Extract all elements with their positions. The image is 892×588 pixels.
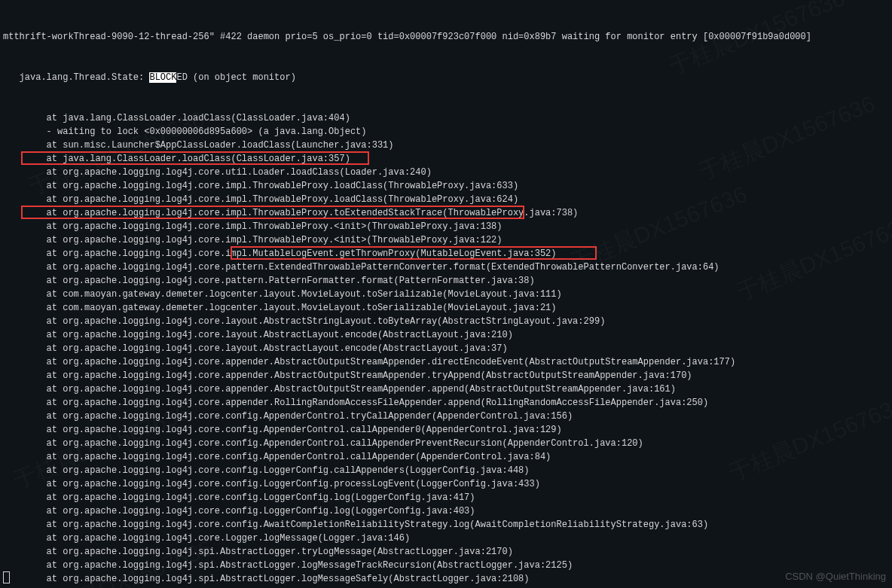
stack-line: at org.apache.logging.log4j.core.impl.Th… [3,206,889,220]
thread-dump-terminal[interactable]: mtthrift-workThread-9090-12-thread-256" … [3,3,889,588]
stack-line: at org.apache.logging.log4j.core.impl.Th… [3,220,889,233]
stack-line: at org.apache.logging.log4j.spi.Abstract… [3,572,889,586]
stack-line: at org.apache.logging.log4j.core.config.… [3,437,889,450]
stack-line: at org.apache.logging.log4j.core.appende… [3,355,889,369]
state-prefix: java.lang.Thread.State: [3,72,149,83]
stack-line: at org.apache.logging.log4j.core.layout.… [3,315,889,328]
stack-line: at org.apache.logging.log4j.core.config.… [3,423,889,437]
stack-line: at org.apache.logging.log4j.core.config.… [3,464,889,477]
stack-line: at java.lang.ClassLoader.loadClass(Class… [3,111,889,125]
stack-line: at org.apache.logging.log4j.core.util.Lo… [3,166,889,179]
stack-line: at org.apache.logging.log4j.core.config.… [3,477,889,491]
stack-line: at org.apache.logging.log4j.core.impl.Th… [3,179,889,193]
state-suffix: ED (on object monitor) [176,72,295,83]
stack-line: at com.maoyan.gateway.demeter.logcenter.… [3,288,889,301]
stack-line: at org.apache.logging.log4j.core.pattern… [3,260,889,274]
stack-line: at org.apache.logging.log4j.core.appende… [3,369,889,382]
stack-line: at org.apache.logging.log4j.spi.Abstract… [3,559,889,572]
stack-line: at org.apache.logging.log4j.core.config.… [3,504,889,518]
stack-trace: at java.lang.ClassLoader.loadClass(Class… [3,111,889,588]
stack-line: at org.apache.logging.log4j.spi.Abstract… [3,545,889,559]
stack-line: - waiting to lock <0x00000006d895a600> (… [3,125,889,139]
terminal-cursor [3,571,10,583]
thread-header-line: mtthrift-workThread-9090-12-thread-256" … [3,30,889,44]
stack-line: at org.apache.logging.log4j.core.config.… [3,410,889,423]
stack-line: at org.apache.logging.log4j.core.layout.… [3,328,889,342]
stack-line: at org.apache.logging.log4j.core.appende… [3,396,889,410]
stack-line: at org.apache.logging.log4j.core.config.… [3,518,889,532]
blocked-state-highlight: BLOCK [149,72,176,83]
stack-line: at org.apache.logging.log4j.core.pattern… [3,274,889,288]
thread-state-line: java.lang.Thread.State: BLOCKED (on obje… [3,71,889,84]
stack-line: at org.apache.logging.log4j.core.config.… [3,491,889,504]
stack-line: at org.apache.logging.log4j.core.Logger.… [3,532,889,545]
stack-line: at java.lang.ClassLoader.loadClass(Class… [3,152,889,166]
stack-line: at org.apache.logging.log4j.core.impl.Mu… [3,247,889,260]
stack-line: at sun.misc.Launcher$AppClassLoader.load… [3,139,889,152]
stack-line: at com.maoyan.gateway.demeter.logcenter.… [3,301,889,315]
csdn-footer: CSDN @QuietThinking [785,569,886,584]
stack-line: at org.apache.logging.log4j.core.layout.… [3,342,889,355]
stack-line: at org.apache.logging.log4j.core.impl.Th… [3,233,889,247]
stack-line: at org.apache.logging.log4j.core.config.… [3,450,889,464]
stack-line: at org.apache.logging.log4j.core.appende… [3,382,889,396]
stack-line: at org.apache.logging.log4j.core.impl.Th… [3,193,889,206]
